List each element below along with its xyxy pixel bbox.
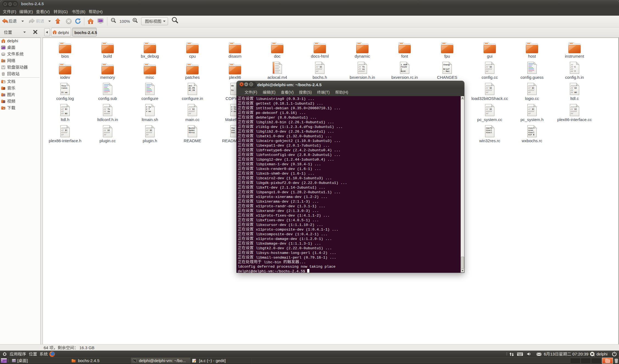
svg-text://: // [61,110,64,113]
svg-text://///: ///// [61,106,68,108]
svg-text://///: ///// [104,106,110,108]
svg-text:Versi: Versi [189,131,195,134]
svg-text:// Th: // Th [104,108,110,110]
svg-text:AC_IN: AC_IN [189,89,195,91]
svg-text://///: ///// [104,131,110,134]
svg-text:// $I: // $I [316,66,322,68]
svg-text://///: ///// [146,131,152,134]
svg-text:// NO: // NO [61,113,68,115]
svg-text://///: ///// [571,110,577,113]
svg-text:// su: // su [358,68,365,70]
svg-text:The: The [231,127,235,129]
svg-text:// Th: // Th [358,66,365,68]
svg-text:#incl: #incl [486,129,492,131]
svg-text://///: ///// [146,127,152,129]
svg-text:# Co: # Co [146,106,151,108]
svg-text://///: ///// [486,64,492,66]
svg-text:Co: Co [231,89,234,91]
svg-text:#incl: #incl [528,131,534,134]
svg-text:# Co: # Co [231,106,236,108]
svg-text://: // [316,70,319,72]
svg-text://: // [528,113,531,115]
svg-text:- Mai: - Mai [443,70,450,72]
svg-text://: // [571,64,573,66]
svg-text:# Th: # Th [231,108,236,110]
svg-text:icon_: icon_ [528,129,534,131]
svg-text://///: ///// [486,68,492,70]
svg-text:# T: # T [146,108,150,110]
svg-text://: // [486,70,489,72]
svg-text://: // [571,89,573,91]
svg-text:Brief: Brief [443,68,450,70]
svg-text:// NO: // NO [571,91,577,94]
svg-text://///: ///// [486,106,492,108]
svg-text://///: ///// [316,64,322,66]
svg-text://///: ///// [104,127,110,129]
svg-text://///: ///// [528,89,534,91]
svg-text:use:: use: [231,131,236,134]
svg-text:#incl: #incl [486,131,492,134]
svg-text:// $I: // $I [571,108,577,110]
svg-text://///: ///// [316,68,322,70]
svg-text://: // [571,68,573,70]
svg-text://///: ///// [571,106,577,108]
svg-text://///: ///// [358,70,365,72]
svg-text:# mo: # mo [231,110,236,113]
svg-text:Bochs: Bochs [189,127,195,129]
svg-text://: // [571,113,573,115]
svg-text:It wa: It wa [61,91,68,94]
svg-text:// $I: // $I [486,108,492,110]
svg-text:// $I: // $I [61,129,68,131]
svg-text://: // [146,134,149,136]
svg-text://///: ///// [189,110,195,113]
svg-text:#incl: #incl [528,127,534,129]
svg-text://: // [528,91,531,94]
svg-text://: // [486,113,489,115]
svg-text://///: ///// [486,89,492,91]
svg-text:// $I: // $I [528,108,534,110]
svg-text:Updat: Updat [189,129,195,131]
svg-text://///: ///// [358,64,365,66]
svg-text:// $I: // $I [486,87,492,89]
svg-text://///: ///// [486,85,492,87]
svg-text:runni: runni [61,87,68,89]
svg-text:// $I: // $I [146,129,152,131]
svg-text:// T: // T [571,70,576,72]
svg-text:// su: // su [104,110,110,113]
svg-text:GN: GN [231,85,234,87]
svg-text://///: ///// [571,85,577,87]
svg-text:1 VER: 1 VER [401,64,407,66]
svg-text:{: { [401,68,402,70]
svg-text://///: ///// [61,131,68,134]
svg-text:dnl /: dnl / [189,85,195,87]
svg-text://///: ///// [528,110,534,113]
svg-text:This: This [61,85,66,87]
svg-text:// $I: // $I [486,66,492,68]
svg-text:// $I: // $I [571,87,577,89]
svg-text://: // [104,134,107,136]
svg-text:AC_PR: AC_PR [189,87,195,89]
svg-text:// $I: // $I [528,87,534,89]
svg-text:you: you [231,129,235,131]
svg-text:FILEV: FILEV [401,66,407,68]
svg-text:// $I: // $I [61,108,68,110]
svg-text:# mo: # mo [146,110,151,113]
svg-text:// $I: // $I [104,129,110,131]
svg-text:#defi: #defi [486,127,492,129]
svg-text://///: ///// [528,85,534,87]
svg-text:// C: // C [571,66,576,68]
svg-text://///: ///// [486,110,492,113]
svg-text:#if B: #if B [528,134,534,136]
svg-text:BLOC: BLOC [401,70,406,72]
svg-text://: // [189,113,191,115]
svg-text://: // [486,91,489,94]
svg-text:Chang: Chang [443,64,450,66]
svg-text://///: ///// [528,106,534,108]
svg-text:// $I: // $I [189,108,195,110]
svg-text://///: ///// [61,127,68,129]
svg-text://///: ///// [104,113,110,115]
svg-text://: // [61,134,64,136]
svg-text://///: ///// [189,106,195,108]
